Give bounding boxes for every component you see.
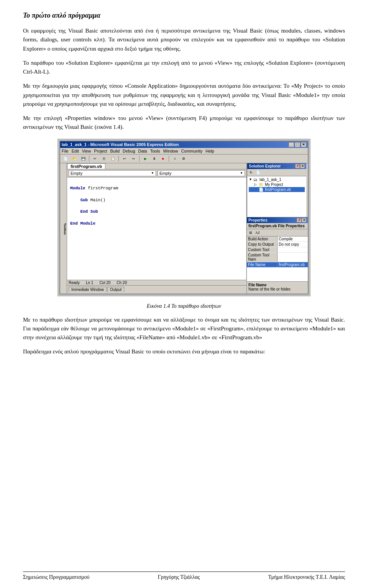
sol-exp-close[interactable]: ✕ (300, 164, 305, 168)
toolbar-pause[interactable]: ⏸ (150, 155, 158, 162)
screenshot-container: lab_1_ask_1 - Microsoft Visual Basic 200… (58, 139, 310, 296)
maximize-button[interactable]: □ (295, 142, 300, 147)
toolbar-sep-2 (118, 156, 119, 162)
prop-value-copy: Do not copy (278, 242, 308, 247)
properties-toolbar: ⊞ AZ (247, 229, 308, 237)
prop-value-filename: firstProgram.vb (278, 262, 308, 267)
prop-row-copy-output: Copy to Output Do not copy (247, 242, 308, 247)
solution-explorer-title: Solution Explorer 📌 ✕ (247, 163, 306, 169)
sol-exp-show-files[interactable]: 📄 (255, 170, 261, 175)
prop-categorized[interactable]: ⊞ (248, 230, 254, 235)
footer-center: Γρηγόρης Τζιάλλας (158, 574, 200, 580)
code-line-6 (70, 215, 243, 221)
solution-explorer-btns: 📌 ✕ (295, 164, 305, 168)
toolbar-cut[interactable]: ✂ (91, 155, 99, 162)
footer-left: Σημειώσεις Προγραμματισμού (23, 574, 89, 580)
right-panel: Solution Explorer 📌 ✕ ↻ 📄 ▼ 🗂 (246, 163, 308, 294)
tree-expand-root: ▼ (249, 177, 253, 181)
solution-explorer-label: Solution Explorer (249, 164, 281, 168)
prop-alphabetical[interactable]: AZ (255, 230, 261, 235)
tab-immediate-window[interactable]: Immediate Window (69, 287, 107, 292)
page-footer: Σημειώσεις Προγραμματισμού Γρηγόρης Τζιά… (23, 572, 345, 580)
menu-help[interactable]: Help (205, 149, 214, 153)
properties-desc-title: File Name (248, 283, 306, 287)
screenshot-window: lab_1_ask_1 - Microsoft Visual Basic 200… (59, 141, 309, 294)
menu-window[interactable]: Window (163, 149, 178, 153)
tree-label-root: lab_1_ask_1 (260, 177, 281, 182)
toolbar-sep-3 (139, 156, 140, 162)
prop-row-filename[interactable]: File Name firstProgram.vb (247, 262, 308, 268)
dropdown-arrow-2: ▼ (240, 171, 243, 175)
tree-item-myproject[interactable]: ▷ 📁 My Project (249, 182, 305, 187)
solution-explorer-content: ▼ 🗂 lab_1_ask_1 ▷ 📁 My Project 📄 (247, 176, 306, 217)
code-editor[interactable]: Module firstProgram Sub Main() End Sub E… (67, 177, 246, 280)
sol-exp-pin[interactable]: 📌 (295, 164, 300, 168)
toolbar: 📄 📂 💾 ✂ ⎘ 📋 ↩ ↪ ▶ ⏸ ■ ≡ ⚙ (60, 154, 308, 163)
editor-dropdown-2[interactable]: Empty ▼ (158, 170, 245, 176)
close-button[interactable]: ✕ (301, 142, 306, 147)
footer-right: Τμήμα Ηλεκτρονικής T.E.I. Λαμίας (268, 574, 345, 580)
toolbar-sep-1 (89, 156, 89, 162)
page-title: Το πρώτο απλό πρόγραμμα (23, 11, 345, 20)
paragraph-6: Παράδειγμα ενός απλού προγράμματος Visua… (23, 347, 345, 356)
minimize-button[interactable]: _ (289, 142, 294, 147)
paragraph-5: Με το παράθυρο ιδιοτήτων μπορούμε να εμφ… (23, 315, 345, 342)
toolbox-label: Toolbox (63, 223, 67, 235)
bottom-panels: Immediate Window Output (67, 285, 246, 294)
tree-item-root[interactable]: ▼ 🗂 lab_1_ask_1 (249, 177, 305, 182)
editor-dropdown-1[interactable]: Empty ▼ (69, 170, 156, 176)
prop-name-copy: Copy to Output (247, 242, 278, 247)
tree-icon-myproject: 📁 (259, 182, 264, 187)
status-ready: Ready (69, 281, 80, 285)
toolbar-run[interactable]: ▶ (141, 155, 149, 162)
menu-tools[interactable]: Tools (150, 149, 160, 153)
prop-pin[interactable]: 📌 (297, 218, 301, 222)
tree-expand-firstprogram (254, 187, 258, 191)
window-titlebar: lab_1_ask_1 - Microsoft Visual Basic 200… (60, 141, 308, 148)
tab-output[interactable]: Output (107, 287, 124, 292)
menu-view[interactable]: View (82, 149, 91, 153)
toolbar-copy[interactable]: ⎘ (100, 155, 108, 162)
code-line-4 (70, 203, 243, 209)
menu-project[interactable]: Project (94, 149, 107, 153)
prop-name-customname: Custom Tool Nam (247, 253, 278, 262)
menubar: File Edit View Project Build Debug Data … (60, 148, 308, 154)
properties-panel: Properties 📌 ✕ firstProgram.vb File Prop… (247, 217, 308, 294)
prop-name-build: Build Action (247, 237, 278, 241)
toolbar-new[interactable]: 📄 (62, 155, 69, 162)
status-col: Col 20 (99, 281, 110, 285)
window-title: lab_1_ask_1 - Microsoft Visual Basic 200… (62, 142, 179, 147)
status-ln: Ln 1 (86, 281, 93, 285)
paragraph-2: Το παράθυρο του «Solution Explorer» εμφα… (23, 59, 345, 77)
toolbar-extra2[interactable]: ⚙ (180, 155, 187, 162)
toolbar-stop[interactable]: ■ (159, 155, 167, 162)
menu-debug[interactable]: Debug (123, 149, 135, 153)
menu-data[interactable]: Data (138, 149, 147, 153)
tree-item-firstprogram[interactable]: 📄 firstProgram.vb (249, 187, 305, 192)
dropdown-arrow-1: ▼ (151, 171, 154, 175)
properties-content: Build Action Compile Copy to Output Do n… (247, 237, 308, 281)
prop-close[interactable]: ✕ (302, 218, 306, 222)
toolbar-paste[interactable]: 📋 (109, 155, 117, 162)
sol-exp-refresh[interactable]: ↻ (248, 170, 254, 175)
properties-desc: File Name Name of the file or folder. (247, 281, 308, 294)
solution-explorer-toolbar: ↻ 📄 (247, 169, 306, 176)
toolbox-panel: Toolbox (60, 163, 67, 294)
code-line-2 (70, 191, 243, 197)
toolbar-undo[interactable]: ↩ (121, 155, 128, 162)
prop-name-custom: Custom Tool (247, 247, 278, 252)
menu-community[interactable]: Community (181, 149, 203, 153)
tree-label-firstprogram: firstProgram.vb (265, 187, 291, 192)
properties-label: Properties (248, 218, 267, 222)
editor-dropdowns: Empty ▼ Empty ▼ (67, 169, 246, 177)
toolbar-save[interactable]: 💾 (79, 155, 87, 162)
toolbar-extra1[interactable]: ≡ (171, 155, 179, 162)
properties-subtitle: firstProgram.vb File Properties (247, 223, 308, 229)
toolbar-open[interactable]: 📂 (71, 155, 78, 162)
solution-explorer: Solution Explorer 📌 ✕ ↻ 📄 ▼ 🗂 (247, 163, 306, 217)
toolbar-redo[interactable]: ↪ (130, 155, 137, 162)
menu-edit[interactable]: Edit (72, 149, 79, 153)
menu-file[interactable]: File (62, 149, 69, 153)
menu-build[interactable]: Build (110, 149, 120, 153)
editor-tab-firstprogram[interactable]: firstProgram.vb (67, 163, 105, 169)
